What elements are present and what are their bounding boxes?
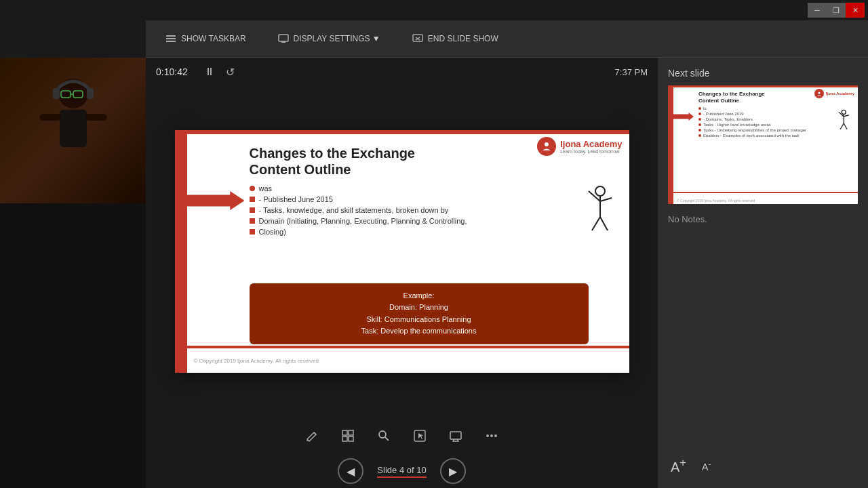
end-slide-show-button[interactable]: END SLIDE SHOW — [406, 30, 504, 47]
next-slide-preview: Ijona Academy Changes to the Exchange Co… — [668, 85, 858, 204]
slide-bullet-1: was — [250, 184, 623, 192]
preview-footer: © Copyright 2019 Ijona Academy. All righ… — [673, 199, 858, 203]
preview-bullet-4: Tasks - Higher-level knowledge areas — [698, 123, 854, 127]
bullet-square-5 — [250, 229, 255, 235]
slide-arrow — [187, 191, 245, 210]
webcam-person-figure — [26, 68, 121, 193]
end-show-icon — [412, 33, 424, 45]
svg-rect-26 — [342, 430, 347, 435]
svg-rect-2 — [166, 41, 176, 42]
svg-rect-5 — [413, 35, 422, 41]
example-box: Example: Domain: Planning Skill: Communi… — [250, 283, 589, 344]
next-slide-button[interactable]: ▶ — [440, 458, 466, 484]
restore-button[interactable]: ❐ — [827, 3, 846, 18]
slide-container: Ijona Academy Learn today. Lead tomorrow — [146, 86, 658, 417]
preview-top-bar — [673, 85, 858, 87]
svg-line-25 — [314, 432, 316, 434]
svg-rect-33 — [450, 432, 461, 439]
svg-point-39 — [494, 434, 497, 437]
slideshow-header: 0:10:42 ⏸ ↺ 7:37 PM — [146, 58, 658, 86]
bullet-square-3 — [250, 207, 255, 213]
bullet-square-4 — [250, 218, 255, 224]
pause-button[interactable]: ⏸ — [201, 64, 218, 79]
svg-rect-27 — [349, 430, 353, 435]
screen-tool-button[interactable] — [443, 423, 469, 449]
search-tool-button[interactable] — [371, 423, 397, 449]
svg-point-30 — [379, 431, 386, 438]
preview-bottom-bar — [673, 192, 858, 193]
pen-tool-button[interactable] — [299, 423, 325, 449]
no-notes-text: No Notes. — [668, 214, 858, 224]
show-taskbar-button[interactable]: SHOW TASKBAR — [159, 30, 252, 47]
preview-bullet-3: - Domains, Tasks, Enablers — [698, 117, 854, 121]
slide-top-decoration — [187, 130, 629, 134]
close-button[interactable]: ✕ — [846, 3, 865, 18]
bullet-square-2 — [250, 197, 255, 202]
svg-rect-16 — [87, 88, 94, 99]
slide-content: Changes to the Exchange Content Outline … — [250, 140, 623, 346]
preview-arrow — [673, 113, 694, 121]
preview-content: Changes to the Exchange Content Outline … — [698, 91, 854, 139]
svg-rect-12 — [60, 110, 87, 147]
main-slide: Ijona Academy Learn today. Lead tomorrow — [175, 130, 629, 373]
svg-point-38 — [490, 434, 493, 437]
display-icon — [277, 33, 290, 45]
top-toolbar: SHOW TASKBAR DISPLAY SETTINGS ▼ END SLID… — [146, 20, 868, 58]
svg-rect-0 — [166, 35, 176, 37]
svg-point-37 — [486, 434, 489, 437]
slide-bullet-4: Domain (Initiating, Planning, Executing,… — [250, 217, 623, 225]
slide-footer: © Copyright 2019 Ijona Academy. All righ… — [187, 348, 629, 373]
webcam-feed — [0, 58, 146, 203]
grid-tool-button[interactable] — [335, 423, 361, 449]
font-controls: A+ A- — [668, 453, 858, 478]
svg-rect-28 — [342, 436, 347, 441]
decrease-font-button[interactable]: A- — [699, 456, 713, 475]
svg-rect-15 — [53, 88, 60, 99]
increase-font-button[interactable]: A+ — [668, 453, 689, 478]
preview-slide-title: Changes to the Exchange Content Outline — [698, 91, 854, 104]
svg-rect-4 — [281, 41, 285, 43]
svg-rect-1 — [166, 38, 176, 39]
timer-display: 0:10:42 — [156, 66, 188, 77]
more-tools-button[interactable] — [479, 423, 505, 449]
svg-rect-3 — [279, 35, 288, 41]
pointer-tool-button[interactable] — [407, 423, 433, 449]
preview-left-bar — [668, 85, 673, 204]
next-slide-label: Next slide — [668, 68, 858, 79]
slide-counter: Slide 4 of 10 — [377, 465, 426, 478]
slide-bullet-3: - Tasks, knowledge, and skill statements… — [250, 206, 623, 214]
slideshow-area: 0:10:42 ⏸ ↺ 7:37 PM — [146, 58, 658, 488]
preview-bullet-1: Is — [698, 106, 854, 110]
preview-bullet-6: Enablers - Examples of work associated w… — [698, 134, 854, 138]
minimize-button[interactable]: ─ — [808, 3, 827, 18]
slide-bullet-2: - Published June 2015 — [250, 195, 623, 203]
restart-button[interactable]: ↺ — [223, 64, 237, 80]
slide-title: Changes to the Exchange Content Outline — [250, 145, 623, 178]
webcam-panel — [0, 58, 146, 488]
svg-rect-13 — [39, 114, 61, 121]
slide-left-decoration — [175, 130, 187, 373]
preview-bullet-2: - Published June 2019 — [698, 112, 854, 116]
preview-bullet-5: Tasks - Underlying responsibilities of t… — [698, 128, 854, 132]
taskbar-icon — [165, 33, 177, 45]
display-settings-button[interactable]: DISPLAY SETTINGS ▼ — [272, 30, 386, 47]
svg-line-31 — [385, 437, 389, 441]
play-controls: ⏸ ↺ — [201, 64, 237, 80]
navigation-area: ◀ Slide 4 of 10 ▶ — [146, 454, 658, 488]
right-panel: Next slide Ijona Academy — [658, 58, 868, 488]
prev-slide-button[interactable]: ◀ — [338, 458, 363, 484]
bullet-dot-1 — [250, 186, 255, 191]
slide-bullet-5: Closing) — [250, 228, 623, 236]
svg-rect-14 — [85, 114, 107, 121]
current-time: 7:37 PM — [615, 67, 648, 77]
bottom-toolbar — [146, 417, 658, 454]
svg-rect-29 — [349, 436, 353, 441]
